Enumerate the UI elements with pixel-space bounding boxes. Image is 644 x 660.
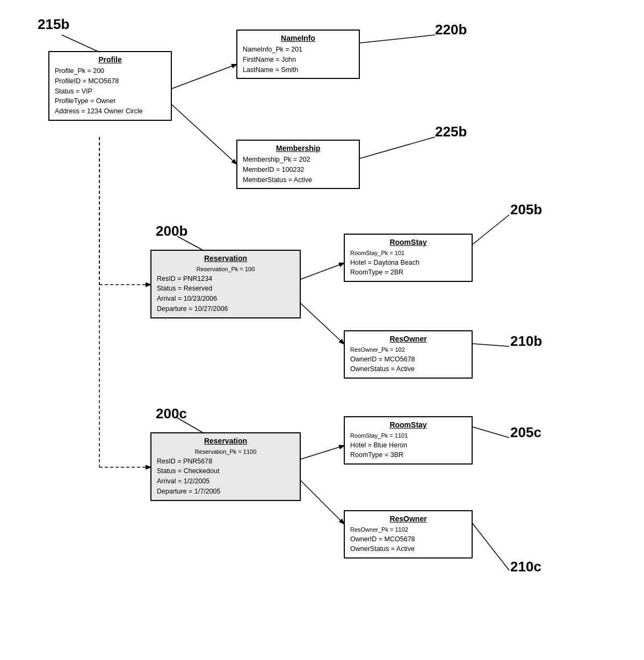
entity-roomstay-c: RoomStay RoomStay_Pk = 1101 Hotel = Blue… <box>344 416 473 465</box>
entity-resowner-b-title: ResOwner <box>350 335 466 343</box>
entity-membership-field-0: Membership_Pk = 202 <box>243 155 353 165</box>
svg-line-12 <box>360 137 435 158</box>
diagram: 215b Profile Profile_Pk = 200 ProfileID … <box>0 0 644 660</box>
svg-line-8 <box>301 446 344 459</box>
entity-reservation-b-field-2: Status = Reserved <box>157 284 294 294</box>
entity-resowner-c-field-2: OwnerStatus = Active <box>350 544 466 554</box>
entity-roomstay-c-field-1: Hotel = Blue Heron <box>350 440 466 451</box>
entity-reservation-c-field-2: Status = Checkedout <box>157 466 294 476</box>
entity-membership-title: Membership <box>243 144 353 153</box>
entity-roomstay-c-field-0: RoomStay_Pk = 1101 <box>350 431 466 440</box>
entity-roomstay-b-field-1: Hotel = Daytona Beach <box>350 258 466 268</box>
svg-line-0 <box>172 64 236 89</box>
entity-reservation-b-field-0: Reservation_Pk = 100 <box>157 265 294 274</box>
entity-reservation-c-field-0: Reservation_Pk = 1100 <box>157 447 294 456</box>
entity-profile-field-2: Status = VIP <box>55 86 165 97</box>
entity-resowner-b-field-0: ResOwner_Pk = 102 <box>350 345 466 354</box>
entity-reservation-b-field-1: ResID = PNR1234 <box>157 274 294 284</box>
entity-profile: Profile Profile_Pk = 200 ProfileID = MCO… <box>48 51 172 121</box>
entity-reservation-b: Reservation Reservation_Pk = 100 ResID =… <box>150 250 301 318</box>
entity-reservation-c: Reservation Reservation_Pk = 1100 ResID … <box>150 432 301 501</box>
label-200b: 200b <box>156 223 187 240</box>
entity-resowner-b-field-2: OwnerStatus = Active <box>350 364 466 374</box>
entity-resowner-c-field-0: ResOwner_Pk = 1102 <box>350 525 466 534</box>
label-205c: 205c <box>510 424 541 441</box>
label-200c: 200c <box>156 405 187 422</box>
entity-nameinfo-field-2: LastName = Smith <box>243 65 353 75</box>
entity-nameinfo-field-0: NameInfo_Pk = 201 <box>243 45 353 55</box>
label-220b: 220b <box>435 21 467 38</box>
entity-membership-field-1: MemberID = 100232 <box>243 165 353 175</box>
entity-resowner-c-title: ResOwner <box>350 514 466 523</box>
entity-reservation-b-title: Reservation <box>157 254 294 263</box>
svg-line-1 <box>172 105 236 164</box>
label-210c: 210c <box>510 559 541 575</box>
label-205b: 205b <box>510 201 542 218</box>
entity-resowner-c-field-1: OwnerID = MCO5678 <box>350 534 466 545</box>
entity-profile-field-1: ProfileID = MCO5678 <box>55 76 165 86</box>
svg-line-11 <box>360 35 435 43</box>
entity-resowner-c: ResOwner ResOwner_Pk = 1102 OwnerID = MC… <box>344 510 473 559</box>
svg-line-9 <box>301 481 344 524</box>
entity-profile-field-0: Profile_Pk = 200 <box>55 66 165 76</box>
entity-roomstay-c-title: RoomStay <box>350 420 466 429</box>
label-210b: 210b <box>510 333 542 350</box>
label-225b: 225b <box>435 124 467 140</box>
entity-profile-field-4: Address = 1234 Owner Circle <box>55 106 165 117</box>
entity-reservation-c-field-4: Departure = 1/7/2005 <box>157 487 294 497</box>
entity-nameinfo-title: NameInfo <box>243 34 353 42</box>
svg-line-13 <box>473 215 509 244</box>
entity-profile-title: Profile <box>55 55 165 64</box>
entity-resowner-b: ResOwner ResOwner_Pk = 102 OwnerID = MCO… <box>344 330 473 379</box>
entity-reservation-b-field-4: Departure = 10/27/2006 <box>157 304 294 314</box>
svg-line-10 <box>62 35 99 52</box>
entity-roomstay-b-field-2: RoomType = 2BR <box>350 267 466 278</box>
entity-roomstay-c-field-2: RoomType = 3BR <box>350 450 466 460</box>
svg-line-17 <box>473 427 509 438</box>
entity-nameinfo-field-1: FirstName = John <box>243 55 353 65</box>
svg-line-7 <box>301 303 344 344</box>
entity-reservation-b-field-3: Arrival = 10/23/2006 <box>157 294 294 304</box>
entity-reservation-c-field-1: ResID = PNR5678 <box>157 456 294 467</box>
label-215b: 215b <box>38 16 69 33</box>
svg-line-18 <box>473 524 509 570</box>
entity-nameinfo: NameInfo NameInfo_Pk = 201 FirstName = J… <box>236 30 360 79</box>
entity-membership-field-2: MemberStatus = Active <box>243 175 353 185</box>
entity-membership: Membership Membership_Pk = 202 MemberID … <box>236 140 360 189</box>
entity-resowner-b-field-1: OwnerID = MCO5678 <box>350 354 466 365</box>
entity-reservation-c-field-3: Arrival = 1/2/2005 <box>157 476 294 487</box>
entity-roomstay-b-title: RoomStay <box>350 238 466 246</box>
entity-roomstay-b-field-0: RoomStay_Pk = 101 <box>350 249 466 258</box>
svg-line-14 <box>473 344 509 346</box>
entity-reservation-c-title: Reservation <box>157 437 294 445</box>
svg-line-6 <box>301 263 344 279</box>
entity-roomstay-b: RoomStay RoomStay_Pk = 101 Hotel = Dayto… <box>344 234 473 282</box>
entity-profile-field-3: ProfileType = Owner <box>55 96 165 106</box>
